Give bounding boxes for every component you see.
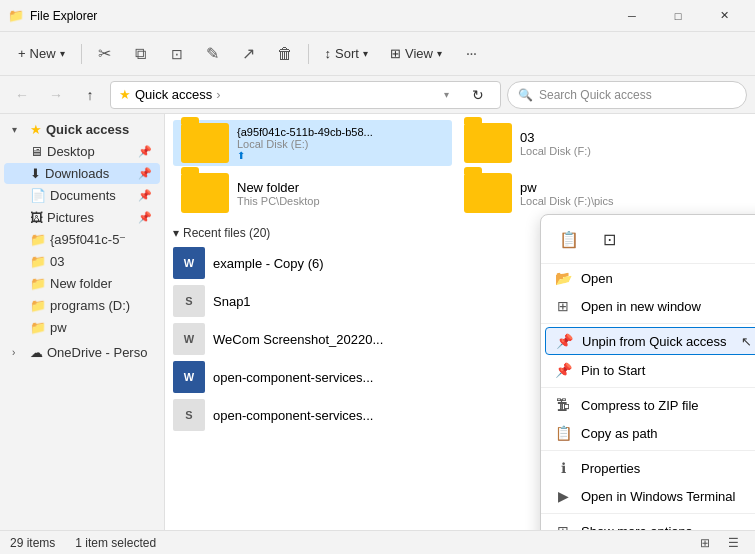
- ctx-compress-label: Compress to ZIP file: [581, 398, 699, 413]
- sidebar-item-pictures[interactable]: 🖼 Pictures 📌: [4, 207, 160, 228]
- minimize-button[interactable]: ─: [609, 0, 655, 32]
- more-button[interactable]: ···: [454, 37, 488, 71]
- ctx-more-options[interactable]: ⊞ Show more options Shift+F10: [541, 517, 755, 530]
- star-icon: ★: [30, 122, 42, 137]
- new-button[interactable]: + New ▾: [8, 41, 75, 66]
- folder-thumb-03: [464, 123, 512, 163]
- address-bar-row: ← → ↑ ★ Quick access › ▾ ↻ 🔍 Search Quic…: [0, 76, 755, 114]
- sidebar-item-new-folder[interactable]: 📁 New folder: [4, 273, 160, 294]
- ctx-terminal[interactable]: ▶ Open in Windows Terminal: [541, 482, 755, 510]
- file-name-2: Snap1: [213, 294, 251, 309]
- address-bar[interactable]: ★ Quick access › ▾ ↻: [110, 81, 501, 109]
- onedrive-icon: ☁: [30, 345, 43, 360]
- open-window-icon: ⊞: [555, 298, 571, 314]
- ctx-divider-3: [541, 450, 755, 451]
- section-expand-icon: ▾: [173, 226, 179, 240]
- file-name-1: example - Copy (6): [213, 256, 324, 271]
- folder-item-03[interactable]: 03 Local Disk (F:): [456, 120, 735, 166]
- folder-item-a95f[interactable]: {a95f041c-511b-49cb-b58... Local Disk (E…: [173, 120, 452, 166]
- sort-button[interactable]: ↕ Sort ▾: [315, 41, 378, 66]
- selected-count: 1 item selected: [75, 536, 156, 550]
- toolbar: + New ▾ ✂ ⧉ ⊡ ✎ ↗ 🗑 ↕ Sort ▾ ⊞ View ▾ ··…: [0, 32, 755, 76]
- ctx-open-window-label: Open in new window: [581, 299, 701, 314]
- search-placeholder: Search Quick access: [539, 88, 652, 102]
- pictures-label: Pictures: [47, 210, 94, 225]
- more-options-icon: ⊞: [555, 523, 571, 530]
- quick-access-label: Quick access: [46, 122, 129, 137]
- file-icon-2: S: [173, 285, 205, 317]
- word-icon: W: [173, 247, 205, 279]
- compress-icon: 🗜: [555, 397, 571, 413]
- close-button[interactable]: ✕: [701, 0, 747, 32]
- sort-chevron: ▾: [363, 48, 368, 59]
- context-menu-top-bar: 📋 ⊡: [541, 215, 755, 264]
- ctx-unpin[interactable]: 📌 Unpin from Quick access ↖: [545, 327, 755, 355]
- sidebar-item-desktop[interactable]: 🖥 Desktop 📌: [4, 141, 160, 162]
- file-icon-5: S: [173, 399, 205, 431]
- ctx-terminal-label: Open in Windows Terminal: [581, 489, 735, 504]
- ctx-open-new-window[interactable]: ⊞ Open in new window: [541, 292, 755, 320]
- chevron-icon: ▾: [60, 48, 65, 59]
- ctx-copy-path[interactable]: 📋 Copy as path: [541, 419, 755, 447]
- desktop-icon: 🖥: [30, 144, 43, 159]
- back-button[interactable]: ←: [8, 81, 36, 109]
- window-title: File Explorer: [30, 9, 609, 23]
- grid-view-toggle[interactable]: ⊞: [693, 533, 717, 553]
- folder-thumb-new: [181, 173, 229, 213]
- pw-label: pw: [50, 320, 67, 335]
- pin-icon: 📌: [138, 211, 152, 224]
- up-button[interactable]: ↑: [76, 81, 104, 109]
- ctx-open[interactable]: 📂 Open Enter: [541, 264, 755, 292]
- expand-icon: ›: [12, 347, 26, 358]
- quick-access-header[interactable]: ▾ ★ Quick access: [4, 119, 160, 140]
- file-name-4: open-component-services...: [213, 370, 373, 385]
- app-icon: 📁: [8, 8, 24, 24]
- folder-item-pw[interactable]: pw Local Disk (F:)\pics: [456, 170, 735, 216]
- ctx-properties[interactable]: ℹ Properties Alt+Enter: [541, 454, 755, 482]
- ctx-copy-icon-btn[interactable]: 📋: [551, 223, 587, 255]
- cut-button[interactable]: ✂: [88, 37, 122, 71]
- main-layout: ▾ ★ Quick access 🖥 Desktop 📌 ⬇ Downloads…: [0, 114, 755, 530]
- forward-button[interactable]: →: [42, 81, 70, 109]
- view-button[interactable]: ⊞ View ▾: [380, 41, 452, 66]
- list-view-toggle[interactable]: ☰: [721, 533, 745, 553]
- sidebar-item-03[interactable]: 📁 03: [4, 251, 160, 272]
- ctx-pin-start[interactable]: 📌 Pin to Start: [541, 356, 755, 384]
- toolbar-separator-1: [81, 44, 82, 64]
- folder-icon: 📁: [30, 254, 46, 269]
- share-button[interactable]: ↗: [232, 37, 266, 71]
- folder-sub-pw: Local Disk (F:)\pics: [520, 195, 614, 207]
- ctx-divider-1: [541, 323, 755, 324]
- folder-item-new-folder[interactable]: New folder This PC\Desktop: [173, 170, 452, 216]
- sidebar-item-downloads[interactable]: ⬇ Downloads 📌: [4, 163, 160, 184]
- dropdown-button[interactable]: ▾: [432, 81, 460, 109]
- paste-button[interactable]: ⊡: [160, 37, 194, 71]
- rename-button[interactable]: ✎: [196, 37, 230, 71]
- sidebar-item-programs[interactable]: 📁 programs (D:): [4, 295, 160, 316]
- view-chevron: ▾: [437, 48, 442, 59]
- ctx-compress[interactable]: 🗜 Compress to ZIP file: [541, 391, 755, 419]
- open-icon: 📂: [555, 270, 571, 286]
- context-menu: 📋 ⊡ 📂 Open Enter ⊞ Open in new window 📌 …: [540, 214, 755, 530]
- file-name-3: WeCom Screenshot_20220...: [213, 332, 383, 347]
- folder-sub-03: Local Disk (F:): [520, 145, 591, 157]
- search-bar[interactable]: 🔍 Search Quick access: [507, 81, 747, 109]
- ctx-divider-4: [541, 513, 755, 514]
- sidebar-item-documents[interactable]: 📄 Documents 📌: [4, 185, 160, 206]
- folder-name-new: New folder: [237, 180, 320, 195]
- pin-start-icon: 📌: [555, 362, 571, 378]
- sidebar-item-onedrive[interactable]: › ☁ OneDrive - Perso: [4, 342, 160, 363]
- copy-button[interactable]: ⧉: [124, 37, 158, 71]
- ctx-more-options-label: Show more options: [581, 524, 692, 531]
- maximize-button[interactable]: □: [655, 0, 701, 32]
- ctx-paste-icon-btn[interactable]: ⊡: [591, 223, 627, 255]
- refresh-button[interactable]: ↻: [464, 81, 492, 109]
- window-controls: ─ □ ✕: [609, 0, 747, 32]
- a95f-label: {a95f041c-5⁻: [50, 232, 126, 247]
- delete-button[interactable]: 🗑: [268, 37, 302, 71]
- desktop-label: Desktop: [47, 144, 95, 159]
- sidebar-item-a95f[interactable]: 📁 {a95f041c-5⁻: [4, 229, 160, 250]
- toolbar-separator-2: [308, 44, 309, 64]
- downloads-label: Downloads: [45, 166, 109, 181]
- sidebar-item-pw[interactable]: 📁 pw: [4, 317, 160, 338]
